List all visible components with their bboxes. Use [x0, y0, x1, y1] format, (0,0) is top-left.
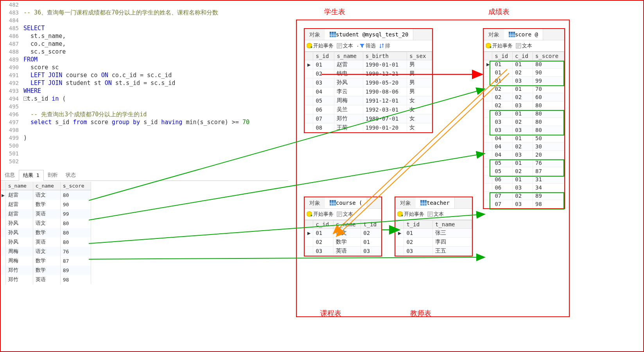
sql-editor[interactable]: 482483-- 36、查询每一门课程成绩都在70分以上的学生的姓名、课程名称和…	[1, 1, 288, 165]
table-row[interactable]: 060334	[484, 184, 564, 192]
table-row[interactable]: 孙风英语80	[1, 237, 91, 247]
data-grid[interactable]: c_idc_namet_id▶01语文0202数学0103英语03	[305, 220, 381, 256]
table-row[interactable]: 周梅数学87	[1, 256, 91, 265]
filter-button[interactable]: · 筛选	[356, 42, 376, 49]
table-row[interactable]: 02数学01	[305, 238, 381, 247]
code-line[interactable]: 486 st.s_name,	[1, 32, 288, 40]
table-row[interactable]: ▶01赵雷1990-01-01男	[305, 60, 432, 69]
data-grid[interactable]: s_ids_names_births_sex▶01赵雷1990-01-01男02…	[305, 52, 432, 132]
sort-button[interactable]: 排	[379, 42, 390, 49]
table-row[interactable]: 02钱电1990-12-21男	[305, 69, 432, 78]
column-header[interactable]: s_score	[533, 52, 564, 60]
table-row[interactable]: ▶01语文02	[305, 229, 381, 238]
column-header[interactable]: c_name	[334, 220, 361, 229]
tab-object[interactable]: 对象	[484, 29, 504, 40]
column-header[interactable]: t_name	[432, 220, 472, 229]
code-line[interactable]: 492 LEFT JOIN student st ON st.s_id = sc…	[1, 79, 288, 87]
table-row[interactable]: ▶010180	[484, 60, 564, 69]
text-button[interactable]: 文本	[516, 42, 532, 49]
begin-transaction-button[interactable]: 开始事务	[485, 42, 513, 49]
code-line[interactable]: 493WHERE	[1, 87, 288, 95]
table-row[interactable]: 020380	[484, 101, 564, 110]
code-line[interactable]: 499)	[1, 134, 288, 142]
code-line[interactable]: 497 select s_id from score group by s_id…	[1, 118, 288, 126]
table-row[interactable]: 03王五	[396, 247, 472, 256]
table-row[interactable]: ▶赵雷语文80	[1, 190, 91, 200]
code-line[interactable]: 488 sc.s_score	[1, 48, 288, 56]
table-row[interactable]: 070398	[484, 200, 564, 208]
fold-marker[interactable]: -	[23, 97, 27, 101]
tab-object[interactable]: 对象	[305, 197, 325, 208]
table-row[interactable]: 040230	[484, 143, 564, 151]
table-row[interactable]: 030280	[484, 118, 564, 126]
code-line[interactable]: 482	[1, 1, 288, 9]
table-row[interactable]: 050176	[484, 159, 564, 167]
code-line[interactable]: 496 -- 先查询出3个成绩都70分以上的学生的id	[1, 110, 288, 118]
text-button[interactable]: 文本	[337, 42, 353, 49]
code-line[interactable]: 500	[1, 142, 288, 150]
column-header[interactable]: s_sex	[407, 52, 432, 60]
code-line[interactable]: 483-- 36、查询每一门课程成绩都在70分以上的学生的姓名、课程名称和分数	[1, 9, 288, 16]
table-row[interactable]: 郑竹数学89	[1, 265, 91, 275]
column-header[interactable]: s_score	[60, 182, 91, 190]
column-header[interactable]: t_id	[404, 220, 433, 229]
code-line[interactable]: 498	[1, 126, 288, 134]
table-row[interactable]: 040320	[484, 151, 564, 159]
column-header[interactable]: s_name	[5, 182, 33, 190]
code-line[interactable]: 502	[1, 157, 288, 165]
begin-transaction-button[interactable]: 开始事务	[397, 211, 424, 218]
data-grid[interactable]: s_idc_ids_score▶010180010290010399020170…	[484, 52, 564, 208]
table-row[interactable]: 04李云1990-08-06男	[305, 87, 432, 96]
table-row[interactable]: 020260	[484, 93, 564, 101]
table-row[interactable]: 周梅语文76	[1, 247, 91, 256]
table-row[interactable]: 040150	[484, 134, 564, 143]
column-header[interactable]: s_birth	[363, 52, 407, 60]
tab-result1[interactable]: 结果 1	[19, 170, 44, 181]
tab-object[interactable]: 对象	[305, 29, 325, 40]
code-line[interactable]: 495	[1, 103, 288, 110]
table-row[interactable]: 08王菊1990-01-20女	[305, 123, 432, 132]
tab-object[interactable]: 对象	[395, 197, 416, 208]
table-row[interactable]: 070289	[484, 192, 564, 200]
table-row[interactable]: 孙风语文80	[1, 218, 91, 228]
table-row[interactable]: 030380	[484, 126, 564, 134]
table-row[interactable]: 郑竹英语98	[1, 275, 91, 284]
text-button[interactable]: 文本	[427, 211, 444, 218]
table-row[interactable]: ▶01张三	[396, 229, 472, 238]
table-row[interactable]: 020170	[484, 85, 564, 93]
tab-table[interactable]: score @	[504, 29, 543, 40]
table-row[interactable]: 030180	[484, 110, 564, 118]
code-line[interactable]: 485SELECT	[1, 24, 288, 32]
code-line[interactable]: 491 LEFT JOIN course co ON co.c_id = sc.…	[1, 71, 288, 79]
table-row[interactable]: 赵雷数学90	[1, 200, 91, 209]
table-row[interactable]: 010290	[484, 69, 564, 77]
table-row[interactable]: 06吴兰1992-03-01女	[305, 105, 432, 114]
code-line[interactable]: 490 score sc	[1, 63, 288, 71]
code-line[interactable]: 501	[1, 150, 288, 157]
table-row[interactable]: 060131	[484, 175, 564, 184]
table-row[interactable]: 010399	[484, 77, 564, 85]
table-row[interactable]: 07郑竹1989-07-01女	[305, 114, 432, 123]
data-grid[interactable]: t_idt_name▶01张三02李四03王五	[395, 220, 472, 256]
table-row[interactable]: 03孙风1990-05-20男	[305, 78, 432, 87]
tab-table[interactable]: student @mysql_test_20	[325, 29, 413, 40]
column-header[interactable]: c_id	[313, 220, 334, 229]
column-header[interactable]: s_name	[334, 52, 363, 60]
table-row[interactable]: 050287	[484, 167, 564, 175]
column-header[interactable]: t_id	[361, 220, 381, 229]
tab-info[interactable]: 信息	[1, 170, 19, 181]
code-line[interactable]: 484	[1, 16, 288, 24]
code-line[interactable]: 487 co.c_name,	[1, 40, 288, 48]
begin-transaction-button[interactable]: 开始事务	[306, 211, 334, 218]
tab-table[interactable]: course (	[325, 197, 367, 208]
table-row[interactable]: 03英语03	[305, 247, 381, 256]
tab-parse[interactable]: 剖析	[44, 170, 62, 181]
table-row[interactable]: 孙风数学80	[1, 228, 91, 237]
column-header[interactable]: c_id	[513, 52, 533, 60]
table-row[interactable]: 05周梅1991-12-01女	[305, 96, 432, 105]
column-header[interactable]: c_name	[33, 182, 60, 190]
table-row[interactable]: 02李四	[396, 238, 472, 247]
begin-transaction-button[interactable]: 开始事务	[306, 42, 334, 49]
text-button[interactable]: 文本	[337, 211, 353, 218]
result-grid[interactable]: s_namec_names_score▶赵雷语文80赵雷数学90赵雷英语99孙风…	[1, 182, 91, 284]
